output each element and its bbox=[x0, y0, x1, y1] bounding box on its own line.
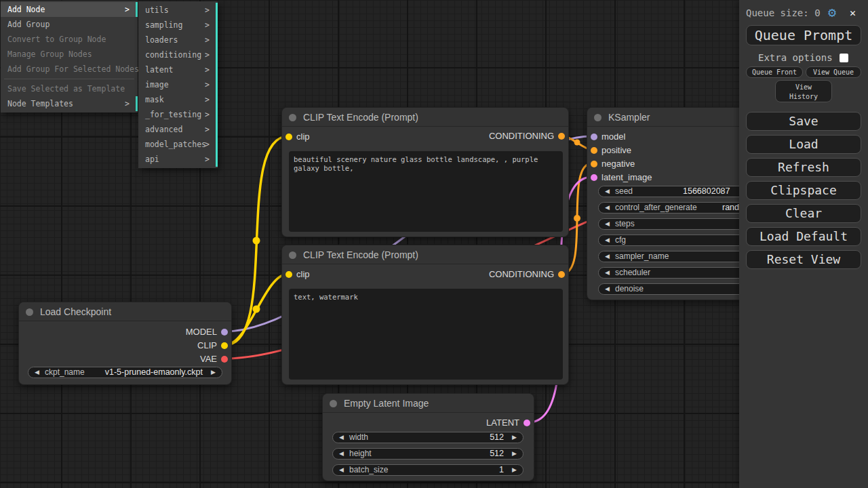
add-node-submenu: utils > sampling > loaders > conditionin… bbox=[138, 1, 218, 168]
load-button[interactable]: Load bbox=[746, 135, 861, 154]
widget-label: cfg bbox=[615, 235, 626, 245]
output-port-conditioning[interactable]: CONDITIONING bbox=[282, 131, 568, 141]
prompt-textarea[interactable]: beautiful scenery nature glass bottle la… bbox=[289, 151, 563, 232]
submenu-item-api[interactable]: api > bbox=[138, 152, 218, 167]
menu-item-convert-to-group-node[interactable]: Convert to Group Node bbox=[1, 32, 138, 47]
increment-arrow-icon[interactable]: ▶ bbox=[512, 465, 517, 475]
port-dot-conditioning-icon[interactable] bbox=[591, 147, 597, 154]
widget-ckpt-name[interactable]: ◀ ckpt_name v1-5-pruned-emaonly.ckpt ▶ bbox=[28, 367, 222, 378]
port-dot-conditioning-icon[interactable] bbox=[591, 161, 597, 167]
decrement-arrow-icon[interactable]: ◀ bbox=[605, 203, 610, 213]
submenu-item-model-patches[interactable]: model_patches > bbox=[138, 137, 218, 152]
widget-height[interactable]: ◀ height 512 ▶ bbox=[332, 448, 524, 460]
port-label: MODEL bbox=[186, 327, 217, 337]
widget-label: scheduler bbox=[615, 268, 650, 278]
node-header[interactable]: CLIP Text Encode (Prompt) bbox=[282, 108, 568, 127]
collapse-dot-icon[interactable] bbox=[289, 251, 296, 259]
collapse-dot-icon[interactable] bbox=[594, 114, 601, 121]
menu-item-manage-group-nodes[interactable]: Manage Group Nodes bbox=[1, 47, 138, 62]
port-dot-vae-icon[interactable] bbox=[221, 356, 228, 363]
port-dot-model-icon[interactable] bbox=[221, 329, 228, 336]
menu-item-add-node[interactable]: Add Node > bbox=[1, 2, 138, 17]
menu-item-label: api bbox=[145, 155, 159, 164]
menu-item-add-group[interactable]: Add Group bbox=[1, 17, 138, 32]
comfy-menu-panel: Queue size: 0 ⚙ ✕ Queue Prompt Extra opt… bbox=[739, 0, 868, 488]
widget-value: 1 bbox=[499, 465, 504, 475]
menu-item-label: Convert to Group Node bbox=[7, 35, 106, 44]
reset-view-button[interactable]: Reset View bbox=[746, 250, 861, 269]
submenu-item-latent[interactable]: latent > bbox=[138, 62, 218, 77]
decrement-arrow-icon[interactable]: ◀ bbox=[339, 432, 344, 443]
node-header[interactable]: CLIP Text Encode (Prompt) bbox=[282, 245, 568, 264]
submenu-item-conditioning[interactable]: conditioning > bbox=[138, 47, 218, 62]
widget-label: denoise bbox=[615, 284, 644, 294]
decrement-arrow-icon[interactable]: ◀ bbox=[605, 219, 610, 229]
node-clip-text-encode-negative[interactable]: CLIP Text Encode (Prompt) clip CONDITION… bbox=[281, 245, 569, 385]
port-dot-latent-icon[interactable] bbox=[524, 420, 530, 426]
refresh-button[interactable]: Refresh bbox=[746, 158, 861, 177]
collapse-dot-icon[interactable] bbox=[330, 400, 337, 407]
decrement-arrow-icon[interactable]: ◀ bbox=[339, 449, 344, 459]
submenu-arrow-icon: > bbox=[205, 47, 210, 62]
decrement-arrow-icon[interactable]: ◀ bbox=[605, 251, 610, 262]
prompt-textarea[interactable]: text, watermark bbox=[289, 289, 563, 380]
settings-gear-icon[interactable]: ⚙ bbox=[828, 5, 836, 20]
view-queue-button[interactable]: View Queue bbox=[806, 66, 861, 78]
widget-width[interactable]: ◀ width 512 ▶ bbox=[332, 432, 524, 443]
menu-item-add-group-for-selected-nodes[interactable]: Add Group For Selected Nodes bbox=[1, 62, 138, 77]
menu-item-node-templates[interactable]: Node Templates > bbox=[1, 96, 138, 111]
collapse-dot-icon[interactable] bbox=[289, 114, 296, 121]
decrement-arrow-icon[interactable]: ◀ bbox=[339, 465, 344, 475]
node-header[interactable]: Load Checkpoint bbox=[19, 302, 231, 321]
clear-button[interactable]: Clear bbox=[746, 204, 861, 223]
view-history-button[interactable]: View History bbox=[775, 80, 832, 102]
submenu-item-utils[interactable]: utils > bbox=[138, 3, 218, 18]
next-arrow-icon[interactable]: ▶ bbox=[211, 367, 216, 378]
output-port-latent[interactable]: LATENT bbox=[323, 418, 534, 428]
submenu-item-sampling[interactable]: sampling > bbox=[138, 18, 218, 33]
output-port-clip[interactable]: CLIP bbox=[19, 341, 231, 350]
node-header[interactable]: Empty Latent Image bbox=[323, 394, 534, 413]
menu-item-save-selected-as-template[interactable]: Save Selected as Template bbox=[1, 81, 138, 96]
menu-item-label: Manage Group Nodes bbox=[7, 49, 92, 59]
submenu-item-image[interactable]: image > bbox=[138, 77, 218, 92]
save-button[interactable]: Save bbox=[746, 112, 861, 131]
collapse-dot-icon[interactable] bbox=[26, 308, 33, 316]
output-port-conditioning[interactable]: CONDITIONING bbox=[282, 270, 568, 279]
submenu-item-mask[interactable]: mask > bbox=[138, 92, 218, 107]
increment-arrow-icon[interactable]: ▶ bbox=[512, 432, 517, 443]
node-empty-latent-image[interactable]: Empty Latent Image LATENT ◀ width 512 ▶ … bbox=[322, 393, 534, 481]
node-title: Load Checkpoint bbox=[40, 302, 111, 321]
queue-prompt-button[interactable]: Queue Prompt bbox=[746, 25, 861, 45]
port-dot-model-icon[interactable] bbox=[591, 134, 597, 140]
widget-label: height bbox=[349, 449, 372, 459]
decrement-arrow-icon[interactable]: ◀ bbox=[605, 235, 610, 245]
submenu-item-loaders[interactable]: loaders > bbox=[138, 33, 218, 47]
node-clip-text-encode-positive[interactable]: CLIP Text Encode (Prompt) clip CONDITION… bbox=[281, 107, 569, 237]
widget-batch-size[interactable]: ◀ batch_size 1 ▶ bbox=[332, 464, 524, 476]
submenu-item-advanced[interactable]: advanced > bbox=[138, 122, 218, 137]
decrement-arrow-icon[interactable]: ◀ bbox=[605, 284, 610, 294]
load-default-button[interactable]: Load Default bbox=[746, 227, 861, 246]
port-dot-conditioning-icon[interactable] bbox=[558, 271, 565, 278]
previous-arrow-icon[interactable]: ◀ bbox=[35, 367, 39, 378]
port-dot-clip-icon[interactable] bbox=[221, 342, 228, 349]
port-dot-latent-icon[interactable] bbox=[591, 174, 597, 181]
port-label: LATENT bbox=[486, 418, 519, 428]
close-icon[interactable]: ✕ bbox=[850, 7, 856, 19]
widget-label: seed bbox=[615, 186, 633, 197]
output-port-vae[interactable]: VAE bbox=[19, 354, 231, 364]
port-label: model bbox=[601, 132, 625, 142]
decrement-arrow-icon[interactable]: ◀ bbox=[605, 186, 610, 197]
link-midpoint-dot bbox=[253, 306, 260, 313]
port-dot-conditioning-icon[interactable] bbox=[558, 133, 565, 140]
queue-front-button[interactable]: Queue Front bbox=[746, 66, 803, 78]
extra-options-checkbox[interactable] bbox=[840, 54, 848, 62]
output-port-model[interactable]: MODEL bbox=[19, 327, 231, 337]
submenu-item-for-testing[interactable]: _for_testing > bbox=[138, 107, 218, 122]
node-load-checkpoint[interactable]: Load Checkpoint MODEL CLIP VAE ◀ ckpt_na… bbox=[18, 302, 232, 385]
clipspace-button[interactable]: Clipspace bbox=[746, 181, 861, 200]
increment-arrow-icon[interactable]: ▶ bbox=[512, 449, 517, 459]
menu-item-label: Add Group For Selected Nodes bbox=[7, 64, 139, 74]
decrement-arrow-icon[interactable]: ◀ bbox=[605, 268, 610, 278]
